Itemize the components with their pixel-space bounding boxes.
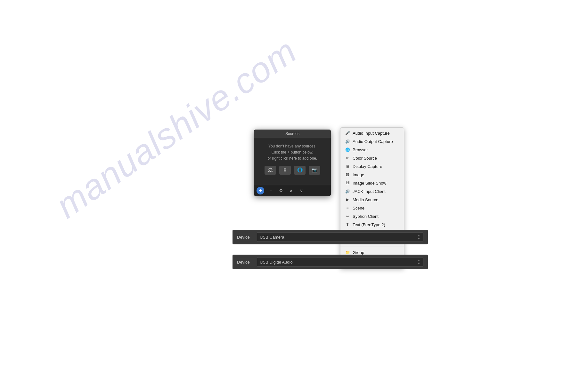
menu-item-image-slide-show[interactable]: 🎞 Image Slide Show — [340, 179, 404, 187]
color-source-icon: ✏ — [345, 155, 350, 161]
sources-up-button[interactable]: ∧ — [287, 187, 295, 194]
watermark-text: manualshive.com — [48, 30, 304, 226]
menu-item-scene[interactable]: ≡ Scene — [340, 204, 404, 212]
source-icon-display[interactable]: 🖥 — [279, 166, 291, 175]
browser-icon: 🌐 — [345, 147, 350, 152]
menu-item-browser[interactable]: 🌐 Browser — [340, 146, 404, 154]
menu-label-audio-output-capture: Audio Output Capture — [353, 139, 393, 144]
device-label-1: Device — [237, 235, 253, 240]
menu-item-color-source[interactable]: ✏ Color Source — [340, 154, 404, 162]
watermark: manualshive.com — [64, 16, 288, 240]
device-value-usb-digital-audio: USB Digital Audio — [260, 260, 293, 265]
menu-label-image-slide-show: Image Slide Show — [353, 181, 386, 186]
menu-item-audio-output-capture[interactable]: 🔊 Audio Output Capture — [340, 137, 404, 146]
menu-label-text-freetype2: Text (FreeType 2) — [353, 222, 385, 227]
sources-panel-header: Sources — [254, 130, 331, 138]
menu-label-color-source: Color Source — [353, 156, 377, 161]
syphon-client-icon: ∞ — [345, 214, 350, 219]
device-row-usb-digital-audio: Device USB Digital Audio ▲ ▼ — [233, 255, 428, 269]
device-row-usb-camera: Device USB Camera ▲ ▼ — [233, 230, 428, 244]
text-freetype2-icon: T — [345, 222, 350, 227]
sources-settings-button[interactable]: ⚙ — [277, 187, 285, 194]
menu-label-scene: Scene — [353, 206, 364, 210]
context-menu: 🎤 Audio Input Capture 🔊 Audio Output Cap… — [340, 127, 404, 268]
sources-down-button[interactable]: ∨ — [298, 187, 305, 194]
sources-empty-text-1: You don't have any sources. — [257, 143, 328, 149]
display-capture-icon: 🖥 — [345, 164, 350, 169]
sources-add-button[interactable]: + — [257, 187, 264, 194]
sources-remove-button[interactable]: − — [267, 187, 274, 194]
menu-label-syphon-client: Syphon Client — [353, 214, 379, 219]
sources-panel-icons: 🖼 🖥 🌐 📷 — [257, 166, 328, 175]
select-arrows-2: ▲ ▼ — [417, 259, 421, 265]
menu-label-jack-input-client: JACK Input Client — [353, 189, 386, 194]
image-icon: 🖼 — [345, 172, 350, 177]
context-menu-separator — [340, 247, 404, 247]
menu-item-display-capture[interactable]: 🖥 Display Capture — [340, 162, 404, 170]
menu-item-text-freetype2[interactable]: T Text (FreeType 2) — [340, 220, 404, 229]
menu-label-display-capture: Display Capture — [353, 164, 382, 169]
menu-label-media-source: Media Source — [353, 197, 378, 202]
device-select-usb-camera[interactable]: USB Camera ▲ ▼ — [257, 232, 423, 242]
sources-panel-body: You don't have any sources. Click the + … — [254, 138, 331, 185]
audio-output-capture-icon: 🔊 — [345, 139, 350, 144]
menu-label-audio-input-capture: Audio Input Capture — [353, 131, 390, 136]
media-source-icon: ▶ — [345, 197, 350, 202]
image-slide-show-icon: 🎞 — [345, 180, 350, 186]
menu-label-browser: Browser — [353, 147, 368, 152]
menu-item-media-source[interactable]: ▶ Media Source — [340, 195, 404, 204]
source-icon-image[interactable]: 🖼 — [265, 166, 276, 175]
select-arrows-1: ▲ ▼ — [417, 234, 421, 240]
sources-empty-text-3: or right click here to add one. — [257, 155, 328, 162]
jack-input-client-icon: 🔊 — [345, 189, 350, 194]
group-icon: 📁 — [345, 250, 350, 255]
source-icon-camera[interactable]: 📷 — [309, 166, 320, 175]
menu-label-image: Image — [353, 172, 364, 177]
menu-item-audio-input-capture[interactable]: 🎤 Audio Input Capture — [340, 129, 404, 137]
device-label-2: Device — [237, 260, 253, 265]
menu-item-syphon-client[interactable]: ∞ Syphon Client — [340, 212, 404, 220]
sources-panel-toolbar: + − ⚙ ∧ ∨ — [254, 185, 331, 196]
device-value-usb-camera: USB Camera — [260, 235, 284, 240]
scene-icon: ≡ — [345, 205, 350, 210]
menu-label-group: Group — [353, 250, 364, 255]
menu-item-jack-input-client[interactable]: 🔊 JACK Input Client — [340, 187, 404, 195]
device-select-usb-digital-audio[interactable]: USB Digital Audio ▲ ▼ — [257, 257, 423, 267]
sources-empty-text-2: Click the + button below, — [257, 149, 328, 155]
menu-item-image[interactable]: 🖼 Image — [340, 170, 404, 179]
audio-input-capture-icon: 🎤 — [345, 131, 350, 136]
source-icon-browser[interactable]: 🌐 — [294, 166, 306, 175]
sources-panel: Sources You don't have any sources. Clic… — [254, 130, 331, 196]
